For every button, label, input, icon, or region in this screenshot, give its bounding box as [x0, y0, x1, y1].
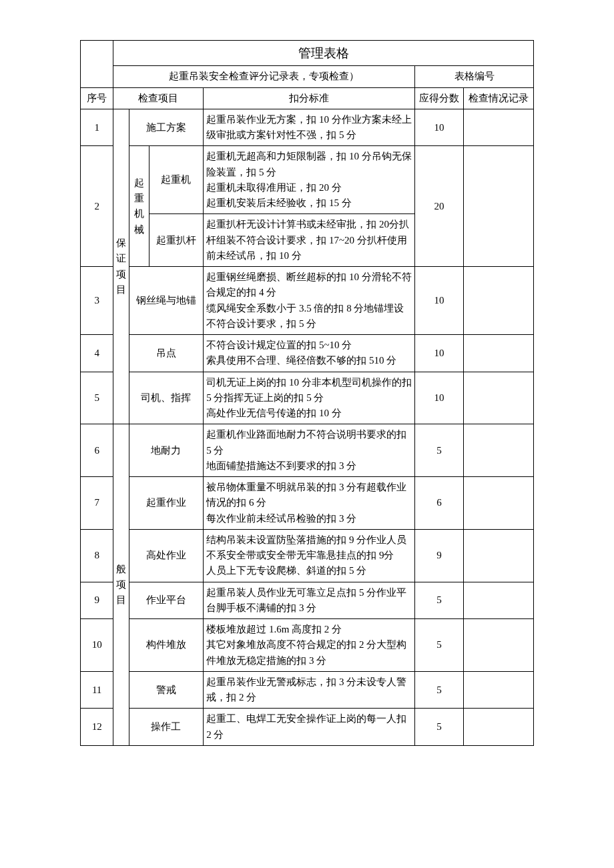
score-cell: 9: [415, 529, 464, 582]
table-row: 12 操作工 起重工、电焊工无安全操作证上岗的每一人扣 2 分 5: [81, 709, 534, 746]
sub-item: 司机、指挥: [129, 372, 203, 424]
table-row: 8 高处作业 结构吊装未设置防坠落措施的扣 9 分作业人员不系安全带或安全带无牢…: [81, 529, 534, 582]
standard-cell: 结构吊装未设置防坠落措施的扣 9 分作业人员不系安全带或安全带无牢靠悬挂点的扣 …: [204, 529, 415, 582]
standard-cell: 起重扒杆无设计计算书或未经审批，扣 20分扒杆组装不符合设计要求，扣 17~20…: [204, 214, 415, 267]
sub-item: 构件堆放: [129, 619, 203, 672]
score-cell: 5: [415, 709, 464, 746]
note-cell: [463, 109, 533, 146]
inspection-table: 管理表格 起重吊装安全检查评分记录表，专项检查） 表格编号 序号 检查项目 扣分…: [80, 40, 534, 746]
sub-item: 警戒: [129, 671, 203, 709]
note-cell: [463, 477, 533, 530]
score-cell: 5: [415, 671, 464, 709]
standard-cell: 起重吊装作业无警戒标志，扣 3 分未设专人警戒，扣 2 分: [204, 671, 415, 709]
form-number-label: 表格编号: [415, 66, 534, 87]
sub-title: 起重吊装安全检查评分记录表，专项检查）: [113, 66, 415, 87]
standard-cell: 起重工、电焊工无安全操作证上岗的每一人扣 2 分: [204, 709, 415, 746]
standard-cell: 起重吊装作业无方案，扣 10 分作业方案未经上级审批或方案针对性不强，扣 5 分: [204, 109, 415, 146]
score-cell: 10: [415, 267, 464, 335]
sub-lifting-machinery: 起重机械: [129, 146, 149, 267]
note-cell: [463, 267, 533, 335]
score-cell: 10: [415, 109, 464, 146]
score-cell: 5: [415, 582, 464, 619]
note-cell: [463, 529, 533, 582]
note-cell: [463, 619, 533, 672]
category-guarantee: 保证项目: [113, 109, 129, 424]
note-cell: [463, 582, 533, 619]
col-standard: 扣分标准: [204, 87, 415, 109]
sub-item: 作业平台: [129, 582, 203, 619]
col-score: 应得分数: [415, 87, 464, 109]
table-row: 2 起重机械 起重机 起重机无超高和力矩限制器，扣 10 分吊钩无保险装置，扣 …: [81, 146, 534, 214]
sub-item: 起重作业: [129, 477, 203, 530]
table-row: 1 保证项目 施工方案 起重吊装作业无方案，扣 10 分作业方案未经上级审批或方…: [81, 109, 534, 146]
table-row: 11 警戒 起重吊装作业无警戒标志，扣 3 分未设专人警戒，扣 2 分 5: [81, 671, 534, 709]
note-cell: [463, 372, 533, 424]
seq-cell: 5: [81, 372, 113, 424]
seq-cell: 6: [81, 424, 113, 477]
seq-cell: 7: [81, 477, 113, 530]
table-row: 6 般项目 地耐力 起重机作业路面地耐力不符合说明书要求的扣 5 分地面铺垫措施…: [81, 424, 534, 477]
score-cell: 6: [415, 477, 464, 530]
table-row: 10 构件堆放 楼板堆放超过 1.6m 高度扣 2 分其它对象堆放高度不符合规定…: [81, 619, 534, 672]
note-cell: [463, 671, 533, 709]
sub-item: 高处作业: [129, 529, 203, 582]
seq-cell: 11: [81, 671, 113, 709]
col-seq: 序号: [81, 87, 113, 109]
table-row: 7 起重作业 被吊物体重量不明就吊装的扣 3 分有超载作业情况的扣 6 分每次作…: [81, 477, 534, 530]
seq-cell: 8: [81, 529, 113, 582]
seq-cell: 12: [81, 709, 113, 746]
sub-item: 操作工: [129, 709, 203, 746]
sub-item: 地耐力: [129, 424, 203, 477]
category-general: 般项目: [113, 424, 129, 746]
table-row: 4 吊点 不符合设计规定位置的扣 5~10 分索具使用不合理、绳径倍数不够的扣 …: [81, 335, 534, 372]
score-cell: 5: [415, 424, 464, 477]
sub-item: 钢丝绳与地锚: [129, 267, 203, 335]
seq-cell: 10: [81, 619, 113, 672]
note-cell: [463, 146, 533, 267]
note-cell: [463, 709, 533, 746]
seq-cell: 4: [81, 335, 113, 372]
standard-cell: 起重吊装人员作业无可靠立足点扣 5 分作业平台脚手板不满铺的扣 3 分: [204, 582, 415, 619]
standard-cell: 起重钢丝绳磨损、断丝超标的扣 10 分滑轮不符合规定的扣 4 分缆风绳安全系数小…: [204, 267, 415, 335]
score-cell: 10: [415, 372, 464, 424]
score-cell: 10: [415, 335, 464, 372]
seq-cell: 3: [81, 267, 113, 335]
standard-cell: 起重机作业路面地耐力不符合说明书要求的扣 5 分地面铺垫措施达不到要求的扣 3 …: [204, 424, 415, 477]
standard-cell: 楼板堆放超过 1.6m 高度扣 2 分其它对象堆放高度不符合规定的扣 2 分大型…: [204, 619, 415, 672]
standard-cell: 被吊物体重量不明就吊装的扣 3 分有超载作业情况的扣 6 分每次作业前未经试吊检…: [204, 477, 415, 530]
seq-cell: 2: [81, 146, 113, 267]
table-row: 9 作业平台 起重吊装人员作业无可靠立足点扣 5 分作业平台脚手板不满铺的扣 3…: [81, 582, 534, 619]
table-row: 5 司机、指挥 司机无证上岗的扣 10 分非本机型司机操作的扣 5 分指挥无证上…: [81, 372, 534, 424]
sub-item: 吊点: [129, 335, 203, 372]
table-row: 3 钢丝绳与地锚 起重钢丝绳磨损、断丝超标的扣 10 分滑轮不符合规定的扣 4 …: [81, 267, 534, 335]
col-item: 检查项目: [113, 87, 204, 109]
score-cell: 20: [415, 146, 464, 267]
seq-cell: 1: [81, 109, 113, 146]
sub-item: 起重机: [149, 146, 203, 214]
score-cell: 5: [415, 619, 464, 672]
sub-item: 施工方案: [129, 109, 203, 146]
note-cell: [463, 424, 533, 477]
standard-cell: 司机无证上岗的扣 10 分非本机型司机操作的扣 5 分指挥无证上岗的扣 5 分高…: [204, 372, 415, 424]
col-note: 检查情况记录: [463, 87, 533, 109]
standard-cell: 起重机无超高和力矩限制器，扣 10 分吊钩无保险装置，扣 5 分起重机未取得准用…: [204, 146, 415, 214]
seq-cell: 9: [81, 582, 113, 619]
main-title: 管理表格: [113, 41, 534, 66]
note-cell: [463, 335, 533, 372]
sub-item: 起重扒杆: [149, 214, 203, 267]
standard-cell: 不符合设计规定位置的扣 5~10 分索具使用不合理、绳径倍数不够的扣 510 分: [204, 335, 415, 372]
